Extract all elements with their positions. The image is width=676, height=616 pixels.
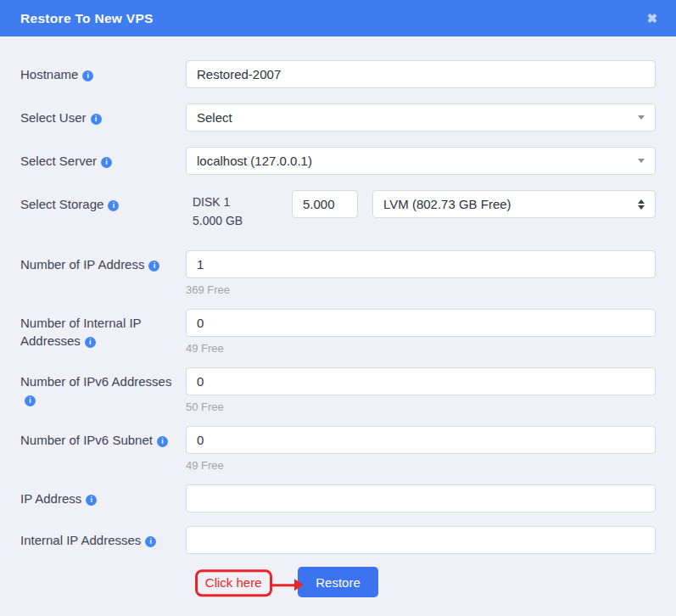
info-icon[interactable]	[86, 495, 97, 506]
disk-name: DISK 1	[193, 193, 292, 211]
select-server-label-text: Select Server	[20, 154, 97, 168]
ip-address-control	[186, 484, 656, 512]
num-ipv6-label: Number of IPv6 Addresses	[20, 367, 186, 414]
disk-info: DISK 1 5.000 GB	[186, 190, 292, 230]
select-storage-label-text: Select Storage	[20, 197, 103, 211]
select-stepper-icon	[638, 199, 645, 210]
info-icon[interactable]	[148, 260, 159, 272]
select-server-value: localhost (127.0.0.1)	[197, 154, 312, 168]
select-user-row: Select User Select	[20, 104, 656, 132]
restore-button[interactable]: Restore	[298, 567, 378, 597]
num-ipv6-subnet-input[interactable]	[186, 426, 656, 454]
modal-header: Restore To New VPS ✖	[0, 0, 676, 36]
ip-address-row: IP Address	[20, 484, 656, 512]
num-ip-input[interactable]	[186, 250, 656, 278]
ip-address-input[interactable]	[186, 484, 656, 512]
num-internal-ip-helper: 49 Free	[186, 341, 656, 356]
info-icon[interactable]	[145, 536, 156, 547]
triangle-down-icon	[638, 205, 645, 210]
num-internal-ip-label: Number of Internal IP Addresses	[20, 309, 186, 356]
hostname-input[interactable]	[186, 60, 656, 88]
num-internal-ip-control: 49 Free	[186, 309, 656, 356]
disk-size-input[interactable]	[292, 190, 358, 218]
arrow-line-icon	[272, 584, 294, 586]
num-ipv6-subnet-label-text: Number of IPv6 Subnet	[20, 433, 153, 447]
num-internal-ip-input[interactable]	[186, 309, 656, 337]
select-user-value: Select	[197, 110, 232, 125]
select-server-label: Select Server	[20, 147, 186, 175]
info-icon[interactable]	[82, 70, 93, 81]
num-ip-control: 369 Free	[186, 250, 656, 297]
modal-body: Hostname Select User Select Select Serve…	[0, 36, 676, 597]
num-ip-row: Number of IP Address 369 Free	[20, 250, 656, 297]
select-storage-control: DISK 1 5.000 GB LVM (802.73 GB Free)	[186, 190, 656, 230]
hostname-label-text: Hostname	[20, 67, 78, 81]
hostname-label: Hostname	[20, 60, 186, 88]
select-storage-row: Select Storage DISK 1 5.000 GB LVM (802.…	[20, 190, 656, 230]
select-server-row: Select Server localhost (127.0.0.1)	[20, 147, 656, 175]
click-here-annotation: Click here	[195, 569, 304, 596]
num-ip-label-text: Number of IP Address	[20, 257, 144, 272]
num-internal-ip-label-text: Number of Internal IP Addresses	[20, 316, 141, 348]
num-ipv6-subnet-helper: 49 Free	[186, 458, 656, 473]
modal-footer: Click here Restore	[20, 567, 656, 597]
num-ipv6-helper: 50 Free	[186, 400, 656, 414]
num-ip-helper: 369 Free	[186, 283, 656, 297]
disk-size: 5.000 GB	[193, 211, 292, 230]
select-user-dropdown[interactable]: Select	[186, 104, 656, 132]
info-icon[interactable]	[101, 157, 112, 168]
num-ipv6-input[interactable]	[186, 367, 656, 395]
num-ipv6-label-text: Number of IPv6 Addresses	[20, 374, 171, 389]
click-here-label: Click here	[195, 569, 272, 596]
close-icon[interactable]: ✖	[646, 12, 657, 25]
info-icon[interactable]	[157, 436, 168, 447]
select-user-label-text: Select User	[20, 110, 87, 125]
num-internal-ip-row: Number of Internal IP Addresses 49 Free	[20, 309, 656, 356]
arrow-right-icon	[294, 579, 304, 591]
select-server-control: localhost (127.0.0.1)	[186, 147, 656, 175]
triangle-up-icon	[638, 199, 645, 204]
ip-address-label: IP Address	[20, 484, 186, 512]
hostname-row: Hostname	[20, 60, 656, 88]
internal-ip-label-text: Internal IP Addresses	[20, 533, 141, 547]
info-icon[interactable]	[25, 395, 36, 406]
internal-ip-row: Internal IP Addresses	[20, 526, 656, 554]
info-icon[interactable]	[85, 337, 96, 348]
internal-ip-input[interactable]	[186, 526, 656, 554]
restore-to-new-vps-modal: Restore To New VPS ✖ Hostname Select Use…	[0, 0, 676, 616]
hostname-control	[186, 60, 656, 88]
select-user-control: Select	[186, 104, 656, 132]
modal-title: Restore To New VPS	[20, 11, 154, 26]
internal-ip-label: Internal IP Addresses	[20, 526, 186, 554]
select-server-dropdown[interactable]: localhost (127.0.0.1)	[186, 147, 656, 175]
info-icon[interactable]	[91, 114, 102, 125]
storage-select-dropdown[interactable]: LVM (802.73 GB Free)	[372, 190, 656, 218]
storage-select-value: LVM (802.73 GB Free)	[383, 197, 511, 211]
num-ipv6-subnet-label: Number of IPv6 Subnet	[20, 426, 186, 473]
info-icon[interactable]	[108, 200, 119, 211]
num-ipv6-subnet-row: Number of IPv6 Subnet 49 Free	[20, 426, 656, 473]
chevron-down-icon	[638, 159, 645, 163]
num-ip-label: Number of IP Address	[20, 250, 186, 297]
num-ipv6-control: 50 Free	[186, 367, 656, 414]
select-user-label: Select User	[20, 104, 186, 132]
internal-ip-control	[186, 526, 656, 554]
num-ipv6-row: Number of IPv6 Addresses 50 Free	[20, 367, 656, 414]
select-storage-label: Select Storage	[20, 190, 186, 230]
ip-address-label-text: IP Address	[20, 491, 81, 506]
chevron-down-icon	[638, 115, 645, 120]
num-ipv6-subnet-control: 49 Free	[186, 426, 656, 473]
